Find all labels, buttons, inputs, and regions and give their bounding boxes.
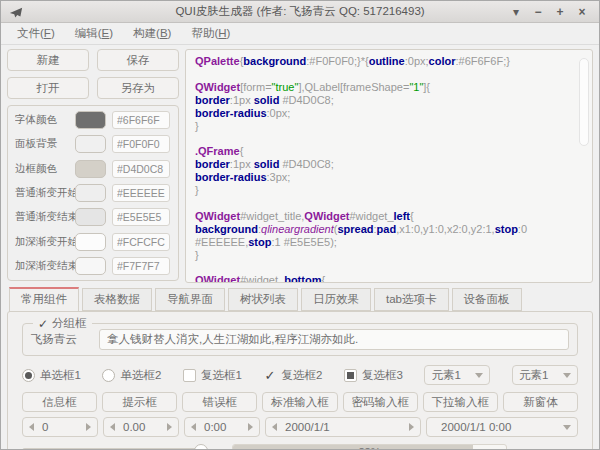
spin-value: 0.00 bbox=[115, 421, 167, 433]
tab-导航界面[interactable]: 导航界面 bbox=[155, 288, 225, 311]
checkbox-复选框1[interactable]: 复选框1 bbox=[183, 368, 242, 383]
spin-box[interactable]: 2000/1/1 bbox=[265, 417, 421, 437]
color-hex-field[interactable] bbox=[112, 208, 170, 226]
toolbar-button-3[interactable]: 另存为 bbox=[97, 77, 179, 99]
color-hex-field[interactable] bbox=[112, 257, 170, 275]
color-row-label: 加深渐变结束 bbox=[15, 259, 75, 273]
qss-code-editor[interactable]: QPalette{background:#F0F0F0;}*{outline:0… bbox=[185, 49, 593, 283]
slider[interactable] bbox=[22, 444, 208, 450]
toolbar-button-1[interactable]: 保存 bbox=[97, 49, 179, 71]
window-menu-button[interactable]: ▾ bbox=[505, 1, 527, 23]
slider-handle[interactable] bbox=[194, 444, 208, 450]
progress-bar: 88% bbox=[232, 444, 507, 450]
checkbox-indicator-icon bbox=[344, 369, 357, 382]
demo-text-input[interactable] bbox=[99, 329, 569, 350]
demo-button-提示框[interactable]: 提示框 bbox=[102, 392, 177, 412]
file-buttons-row1: 新建保存 bbox=[7, 49, 179, 71]
menu-mnemonic: B bbox=[160, 27, 168, 39]
color-swatch-button[interactable] bbox=[75, 111, 106, 129]
close-button[interactable]: × bbox=[571, 1, 593, 23]
menu-item-E[interactable]: 编辑(E) bbox=[65, 26, 123, 41]
spin-box[interactable]: 0:00 bbox=[184, 417, 260, 437]
spin-increment-icon[interactable] bbox=[167, 423, 172, 431]
code-scrollbar-thumb[interactable] bbox=[579, 58, 589, 146]
demo-button-row: 信息框提示框错误框标准输入框密码输入框下拉输入框新窗体 bbox=[22, 392, 578, 412]
color-row-label: 普通渐变开始 bbox=[15, 186, 75, 200]
choice-label: 单选框1 bbox=[40, 368, 81, 383]
checkbox-indicator-icon: ✓ bbox=[263, 369, 276, 382]
color-hex-field[interactable] bbox=[112, 111, 170, 129]
minimize-button[interactable]: − bbox=[527, 1, 549, 23]
tab-日历效果[interactable]: 日历效果 bbox=[301, 288, 371, 311]
color-row-label: 普通渐变结束 bbox=[15, 210, 75, 224]
choice-label: 复选框2 bbox=[281, 368, 322, 383]
spin-box[interactable]: 0 bbox=[22, 417, 98, 437]
color-hex-field[interactable] bbox=[112, 184, 170, 202]
demo-button-密码输入框[interactable]: 密码输入框 bbox=[343, 392, 418, 412]
chevron-down-icon bbox=[563, 373, 571, 378]
spin-increment-icon[interactable] bbox=[86, 423, 91, 431]
groupbox-legend[interactable]: ✓ 分组框 bbox=[33, 316, 92, 331]
toolbar-button-0[interactable]: 新建 bbox=[7, 49, 89, 71]
chevron-down-icon bbox=[563, 425, 571, 430]
toolbar-button-2[interactable]: 打开 bbox=[7, 77, 89, 99]
menu-label-post: ) bbox=[51, 27, 55, 39]
choice-label: 单选框2 bbox=[120, 368, 161, 383]
tab-常用组件[interactable]: 常用组件 bbox=[9, 287, 79, 312]
datetime-edit[interactable]: 2000/1/1 0:00 bbox=[426, 417, 578, 437]
slider-progress-row: 88% bbox=[22, 444, 578, 450]
demo-button-错误框[interactable]: 错误框 bbox=[182, 392, 257, 412]
left-panel: 新建保存 打开另存为 字体颜色面板背景边框颜色普通渐变开始普通渐变结束加深渐变开… bbox=[7, 49, 179, 283]
checkbox-复选框3[interactable]: 复选框3 bbox=[344, 368, 403, 383]
menu-item-F[interactable]: 文件(F) bbox=[7, 26, 65, 41]
tab-表格数据[interactable]: 表格数据 bbox=[82, 288, 152, 311]
spin-box[interactable]: 0.00 bbox=[103, 417, 179, 437]
color-row: 面板背景 bbox=[8, 132, 178, 156]
color-row: 普通渐变开始 bbox=[8, 181, 178, 205]
maximize-button[interactable]: + bbox=[549, 1, 571, 23]
spin-value: 2000/1/1 bbox=[277, 421, 409, 433]
color-swatch-button[interactable] bbox=[75, 233, 106, 251]
tab-panel-common-widgets: ✓ 分组框 飞扬青云 单选框1单选框2复选框1✓复选框2复选框3元素1元素1 信… bbox=[7, 311, 593, 450]
menu-item-H[interactable]: 帮助(H) bbox=[181, 26, 240, 41]
main-area: 新建保存 打开另存为 字体颜色面板背景边框颜色普通渐变开始普通渐变结束加深渐变开… bbox=[1, 45, 599, 287]
combo-box-1[interactable]: 元素1 bbox=[424, 365, 490, 385]
menu-item-B[interactable]: 构建(B) bbox=[123, 26, 181, 41]
combo-box-2[interactable]: 元素1 bbox=[512, 365, 578, 385]
choice-row: 单选框1单选框2复选框1✓复选框2复选框3元素1元素1 bbox=[22, 365, 578, 385]
color-swatch-button[interactable] bbox=[75, 160, 106, 178]
color-row: 加深渐变开始 bbox=[8, 229, 178, 253]
combo-value: 元素1 bbox=[519, 368, 563, 383]
checkbox-复选框2[interactable]: ✓复选框2 bbox=[263, 368, 322, 383]
menu-mnemonic: F bbox=[44, 27, 51, 39]
tabbar: 常用组件表格数据导航界面树状列表日历效果tab选项卡设备面板 bbox=[1, 287, 599, 311]
app-icon bbox=[9, 5, 23, 19]
color-swatch-button[interactable] bbox=[75, 184, 106, 202]
color-swatch-button[interactable] bbox=[75, 135, 106, 153]
tab-tab选项卡[interactable]: tab选项卡 bbox=[374, 288, 449, 311]
spin-row: 00.000:002000/1/12000/1/1 0:00 bbox=[22, 417, 578, 437]
demo-button-标准输入框[interactable]: 标准输入框 bbox=[262, 392, 337, 412]
color-swatch-button[interactable] bbox=[75, 208, 106, 226]
color-hex-field[interactable] bbox=[112, 135, 170, 153]
checkbox-checked-icon[interactable]: ✓ bbox=[38, 317, 48, 331]
demo-button-新窗体[interactable]: 新窗体 bbox=[503, 392, 578, 412]
author-label: 飞扬青云 bbox=[31, 332, 89, 347]
radio-indicator-icon bbox=[22, 369, 35, 382]
tab-设备面板[interactable]: 设备面板 bbox=[452, 288, 522, 311]
tab-树状列表[interactable]: 树状列表 bbox=[228, 288, 298, 311]
demo-button-下拉输入框[interactable]: 下拉输入框 bbox=[423, 392, 498, 412]
spin-increment-icon[interactable] bbox=[409, 423, 414, 431]
menu-label-pre: 帮助( bbox=[191, 27, 218, 39]
color-swatch-button[interactable] bbox=[75, 257, 106, 275]
color-hex-field[interactable] bbox=[112, 160, 170, 178]
radio-单选框1[interactable]: 单选框1 bbox=[22, 368, 81, 383]
color-settings-group: 字体颜色面板背景边框颜色普通渐变开始普通渐变结束加深渐变开始加深渐变结束 bbox=[7, 105, 179, 281]
radio-单选框2[interactable]: 单选框2 bbox=[102, 368, 161, 383]
spin-increment-icon[interactable] bbox=[248, 423, 253, 431]
progress-label: 88% bbox=[233, 445, 506, 450]
color-hex-field[interactable] bbox=[112, 233, 170, 251]
checkbox-indicator-icon bbox=[183, 369, 196, 382]
color-row: 边框颜色 bbox=[8, 157, 178, 181]
demo-button-信息框[interactable]: 信息框 bbox=[22, 392, 97, 412]
